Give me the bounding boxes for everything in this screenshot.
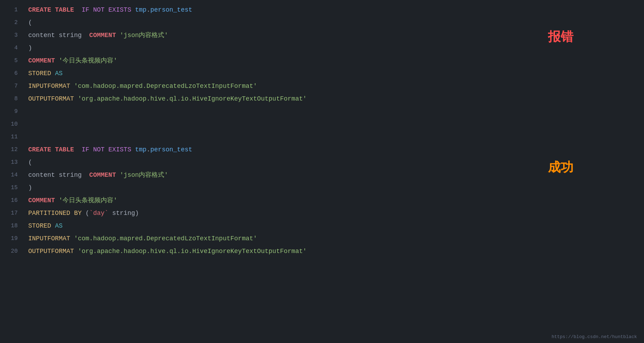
- code-line-4: ): [28, 42, 637, 54]
- ln-19: 19: [4, 232, 18, 245]
- ln-20: 20: [4, 245, 18, 258]
- ln-9: 9: [4, 105, 18, 118]
- success-annotation: 成功: [548, 159, 573, 176]
- ln-14: 14: [4, 169, 18, 181]
- ln-4: 4: [4, 42, 18, 54]
- ln-17: 17: [4, 207, 18, 219]
- error-annotation: 报错: [548, 28, 573, 46]
- code-line-10: [28, 118, 637, 131]
- ln-5: 5: [4, 54, 18, 67]
- code-line-12: CREATE TABLE IF NOT EXISTS tmp.person_te…: [28, 143, 637, 156]
- code-line-17: PARTITIONED BY (`day` string): [28, 207, 637, 219]
- ln-13: 13: [4, 156, 18, 169]
- ln-1: 1: [4, 4, 18, 16]
- code-line-5: COMMENT '今日头条视频内容': [28, 54, 637, 67]
- code-line-18: STORED AS: [28, 219, 637, 232]
- code-line-7: INPUTFORMAT 'com.hadoop.mapred.Deprecate…: [28, 80, 637, 92]
- code-line-9: [28, 105, 637, 118]
- ln-10: 10: [4, 118, 18, 131]
- code-line-11: [28, 131, 637, 143]
- code-line-16: COMMENT '今日头条视频内容': [28, 194, 637, 207]
- ln-18: 18: [4, 219, 18, 232]
- ln-16: 16: [4, 194, 18, 207]
- ln-3: 3: [4, 29, 18, 42]
- ln-8: 8: [4, 92, 18, 105]
- code-line-2: (: [28, 16, 637, 29]
- url-bar: https://blog.csdn.net/huntblack: [551, 334, 637, 339]
- ln-11: 11: [4, 131, 18, 143]
- line-numbers: 1 2 3 4 5 6 7 8 9 10 11 12 13 14 15 16 1…: [0, 4, 21, 258]
- ln-15: 15: [4, 181, 18, 194]
- code-editor: 1 2 3 4 5 6 7 8 9 10 11 12 13 14 15 16 1…: [0, 0, 644, 261]
- code-line-15: ): [28, 181, 637, 194]
- code-line-14: content string COMMENT 'json内容格式': [28, 169, 637, 181]
- code-line-19: INPUTFORMAT 'com.hadoop.mapred.Deprecate…: [28, 232, 637, 245]
- code-line-8: OUTPUTFORMAT 'org.apache.hadoop.hive.ql.…: [28, 92, 637, 105]
- ln-2: 2: [4, 16, 18, 29]
- ln-12: 12: [4, 143, 18, 156]
- ln-7: 7: [4, 80, 18, 92]
- code-line-20: OUTPUTFORMAT 'org.apache.hadoop.hive.ql.…: [28, 245, 637, 258]
- code-line-3: content string COMMENT 'json内容格式': [28, 29, 637, 42]
- code-line-6: STORED AS: [28, 67, 637, 80]
- ln-6: 6: [4, 67, 18, 80]
- code-line-13: (: [28, 156, 637, 169]
- code-line-1: CREATE TABLE IF NOT EXISTS tmp.person_te…: [28, 4, 637, 16]
